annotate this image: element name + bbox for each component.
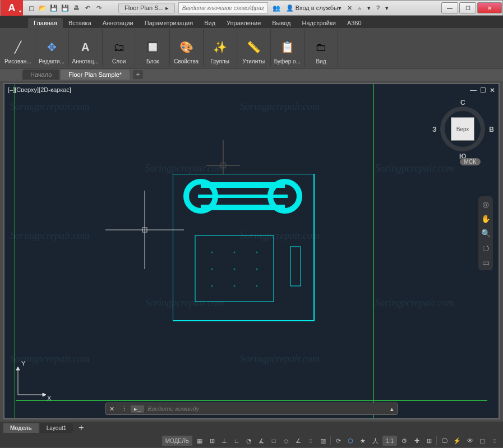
sb-annovisibility-icon[interactable]: 人 [370, 436, 380, 446]
sb-infer-icon[interactable]: ⊥ [219, 436, 229, 446]
viewcube-east[interactable]: В [489, 126, 494, 133]
ribbon-panel-view[interactable]: 🗀Вид [304, 29, 338, 67]
layout-tab-layout1[interactable]: Layout1 [40, 423, 73, 433]
ribbon-tab-insert[interactable]: Вставка [63, 18, 97, 28]
qat-redo-icon[interactable]: ↷ [94, 3, 104, 13]
sb-otrack-icon[interactable]: ∠ [293, 436, 303, 446]
qat-saveas-icon[interactable]: 💾 [60, 3, 70, 13]
titlebar-document-name[interactable]: Floor Plan S... ▸ [118, 3, 175, 13]
drawing-canvas[interactable]: [–][Сверху][2D-каркас] — ☐ ✕ Soringpcrep… [3, 83, 500, 419]
ribbon-tab-a360[interactable]: A360 [342, 18, 367, 28]
sb-quickprops-icon[interactable]: 🖵 [439, 436, 449, 446]
crosshair-cursor [105, 191, 184, 269]
ribbon-panel-draw[interactable]: ╱Рисован... [1, 29, 35, 67]
sb-annotation-icon[interactable]: ✚ [412, 436, 422, 446]
ribbon-panel-block[interactable]: 🔲Блок [136, 29, 170, 67]
infocenter-icon[interactable]: 👥 [271, 4, 282, 12]
cmdline-options-icon[interactable]: ⋮ [118, 405, 131, 413]
viewcube-ucs-label[interactable]: МСК [460, 158, 481, 165]
sb-model-button[interactable]: МОДЕЛЬ [162, 436, 192, 446]
qat-save-icon[interactable]: 💾 [49, 3, 59, 13]
exchange-icon[interactable]: ✕ [346, 4, 353, 12]
svg-rect-23 [290, 247, 301, 286]
sb-units-icon[interactable]: ⊞ [424, 436, 434, 446]
title-right-area: 👥 👤 Вход в службы▾ ✕ ⍲ ▾ ? ▾ [271, 4, 390, 12]
viewport-controls: — ☐ ✕ [470, 86, 495, 94]
viewcube-west[interactable]: З [432, 126, 437, 133]
doc-tab-floorplan[interactable]: Floor Plan Sample* [61, 70, 130, 80]
ribbon-panel-groups[interactable]: ✨Группы [204, 29, 237, 67]
qat-new-icon[interactable]: ▢ [26, 3, 36, 13]
minimize-button[interactable]: — [441, 2, 458, 13]
sb-scale-button[interactable]: 1:1 [382, 436, 397, 446]
ribbon-tab-addins[interactable]: Надстройки [297, 18, 342, 28]
guide-line-vertical [373, 84, 374, 418]
add-layout-button[interactable]: + [74, 423, 88, 433]
sb-ortho-icon[interactable]: ∟ [232, 436, 242, 446]
watermark: Soringpcrepair.com [10, 230, 90, 242]
viewcube-north[interactable]: С [460, 99, 465, 107]
help-dropdown-icon[interactable]: ▾ [366, 4, 372, 12]
sb-polar-icon[interactable]: ◔ [244, 436, 254, 446]
sb-3dosnap-icon[interactable]: ◇ [281, 436, 291, 446]
ribbon-panel-clipboard[interactable]: 📋Буфер о... [271, 29, 304, 67]
sb-cycling-icon[interactable]: ⟳ [333, 436, 343, 446]
ribbon-panel-properties[interactable]: 🎨Свойства [170, 29, 204, 67]
doc-tab-start[interactable]: Начало [22, 70, 59, 80]
sb-hardware-icon[interactable]: ⚡ [451, 436, 463, 446]
command-input[interactable] [144, 405, 387, 412]
ribbon-tab-view[interactable]: Вид [199, 18, 221, 28]
watermark: Soringpcrepair.com [10, 101, 90, 113]
maximize-button[interactable]: ☐ [459, 2, 476, 13]
viewcube[interactable]: Верх С Ю В З [435, 101, 491, 157]
nav-showmotion-icon[interactable]: ▭ [482, 258, 490, 267]
sb-transparency-icon[interactable]: ▨ [318, 436, 328, 446]
ribbon-tab-main[interactable]: Главная [28, 18, 63, 28]
ribbon-tab-parametric[interactable]: Параметризация [139, 18, 199, 28]
ribbon-tab-output[interactable]: Вывод [266, 18, 296, 28]
layers-icon: 🗂 [110, 38, 128, 56]
help-chevron-icon[interactable]: ▾ [384, 4, 390, 12]
ribbon-tab-manage[interactable]: Управление [221, 18, 266, 28]
sb-workspace-icon[interactable]: ⚙ [399, 436, 409, 446]
close-button[interactable]: ✕ [477, 2, 502, 13]
sb-osnap-icon[interactable]: □ [269, 436, 279, 446]
qat-open-icon[interactable]: 📂 [38, 3, 48, 13]
help-icon[interactable]: ? [375, 4, 381, 11]
viewport-label[interactable]: [–][Сверху][2D-каркас] [8, 86, 71, 93]
viewport-maximize-button[interactable]: ☐ [480, 86, 486, 94]
sb-annoscale-icon[interactable]: ★ [358, 436, 368, 446]
cmdline-history-icon[interactable]: ▴ [387, 405, 397, 413]
app-logo[interactable]: A [1, 0, 23, 16]
qat-undo-icon[interactable]: ↶ [82, 3, 93, 13]
sb-snap-icon[interactable]: ⊞ [207, 436, 217, 446]
sb-cleanscreen-icon[interactable]: ▢ [477, 436, 487, 446]
nav-wheel-icon[interactable]: ◎ [482, 200, 489, 209]
viewport-close-button[interactable]: ✕ [490, 86, 495, 94]
search-input[interactable] [178, 2, 268, 13]
ribbon-panel-layers[interactable]: 🗂Слои [103, 29, 136, 67]
viewport-minimize-button[interactable]: — [470, 86, 477, 94]
status-bar: МОДЕЛЬ ▦ ⊞ ⊥ ∟ ◔ ∡ □ ◇ ∠ ≡ ▨ ⟳ ⬡ ★ 人 1:1… [0, 434, 503, 447]
nav-zoom-icon[interactable]: 🔍 [481, 229, 491, 238]
sb-customize-icon[interactable]: ≡ [490, 436, 500, 446]
ribbon-panel-annotate[interactable]: AАннотац... [69, 29, 103, 67]
nav-orbit-icon[interactable]: ⭯ [482, 243, 490, 252]
sb-ucs-icon[interactable]: ⬡ [345, 436, 356, 446]
add-doc-tab-button[interactable]: + [133, 70, 143, 79]
sb-isolate-icon[interactable]: 👁 [465, 436, 475, 446]
ribbon-panel-modify[interactable]: ✥Редакти... [35, 29, 69, 67]
qat-print-icon[interactable]: 🖶 [71, 3, 81, 13]
nav-pan-icon[interactable]: ✋ [481, 214, 491, 223]
sb-grid-icon[interactable]: ▦ [195, 436, 205, 446]
cmdline-close-icon[interactable]: ✕ [106, 405, 118, 413]
sb-lineweight-icon[interactable]: ≡ [306, 436, 316, 446]
viewcube-face-top[interactable]: Верх [451, 117, 474, 141]
layout-tab-model[interactable]: Модель [3, 423, 39, 433]
a360-icon[interactable]: ⍲ [357, 4, 363, 11]
sb-iso-icon[interactable]: ∡ [256, 436, 266, 446]
ribbon-tab-annotate[interactable]: Аннотации [97, 18, 139, 28]
command-line[interactable]: ✕ ⋮ ▸_ ▴ [105, 403, 398, 415]
signin-button[interactable]: 👤 Вход в службы▾ [285, 4, 343, 12]
ribbon-panel-utilities[interactable]: 📏Утилиты [237, 29, 271, 67]
